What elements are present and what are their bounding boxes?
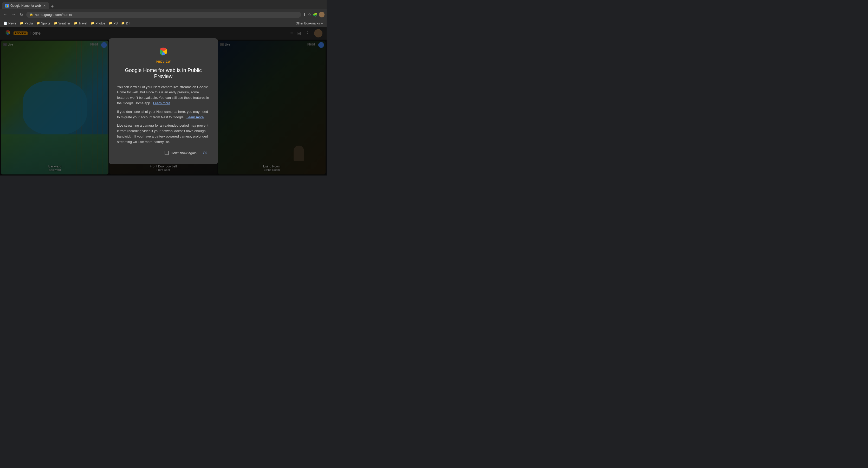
bookmark-news-icon: 📄 (4, 22, 7, 25)
bookmark-sports-label: Sports (41, 22, 50, 25)
dont-show-text: Don't show again (171, 151, 196, 155)
dialog-learn-more-1[interactable]: Learn more (153, 101, 170, 105)
tab-title: Google Home for web (10, 4, 41, 7)
bookmark-ps-label: PS (113, 22, 118, 25)
nav-bar: ← → ↻ 🔒 home.google.com/home/ ⬇ ☆ 🧩 (0, 9, 327, 20)
bookmark-travel[interactable]: 📁 Travel (72, 21, 89, 26)
dialog-para2: If you don't see all of your Nest camera… (117, 109, 210, 120)
bookmark-pcola[interactable]: 📁 P'cola (18, 21, 34, 26)
bookmark-dt-icon: 📁 (121, 22, 125, 25)
bookmark-travel-icon: 📁 (74, 22, 78, 25)
lock-icon: 🔒 (29, 13, 33, 17)
bookmark-news[interactable]: 📄 News (2, 21, 18, 26)
dialog-para1: You can view all of your Nest camera liv… (117, 85, 210, 106)
svg-point-1 (162, 52, 165, 55)
dialog-footer: Don't show again Ok (117, 150, 210, 156)
bookmark-weather[interactable]: 📁 Weather (52, 21, 72, 26)
bookmark-pcola-icon: 📁 (20, 22, 23, 25)
other-bookmarks-chevron: ▶ (321, 22, 323, 25)
bookmark-pcola-label: P'cola (25, 22, 33, 25)
back-button[interactable]: ← (2, 11, 8, 18)
bookmark-photos[interactable]: 📁 Photos (89, 21, 106, 26)
new-tab-button[interactable]: + (49, 4, 56, 9)
star-icon[interactable]: ☆ (308, 12, 311, 17)
address-bar[interactable]: 🔒 home.google.com/home/ (26, 12, 301, 18)
tab-favicon (5, 4, 9, 7)
other-bookmarks[interactable]: Other Bookmarks ▶ (294, 21, 324, 26)
bookmark-dt[interactable]: 📁 DT (120, 21, 131, 26)
bookmark-photos-icon: 📁 (91, 22, 94, 25)
active-tab[interactable]: Google Home for web ✕ (2, 2, 49, 9)
download-icon[interactable]: ⬇ (303, 12, 306, 17)
tab-close-button[interactable]: ✕ (43, 4, 46, 7)
bookmark-dt-label: DT (126, 22, 130, 25)
browser-chrome: Google Home for web ✕ + ← → ↻ 🔒 home.goo… (0, 0, 327, 27)
preview-dialog: PREVIEW Google Home for web is in Public… (109, 38, 218, 164)
ok-button[interactable]: Ok (201, 150, 210, 156)
bookmark-photos-label: Photos (95, 22, 105, 25)
bookmark-travel-label: Travel (79, 22, 87, 25)
tab-bar: Google Home for web ✕ + (0, 0, 327, 9)
bookmark-news-label: News (8, 22, 16, 25)
bookmark-weather-icon: 📁 (54, 22, 58, 25)
reload-button[interactable]: ↻ (19, 11, 24, 18)
bookmark-sports-icon: 📁 (36, 22, 40, 25)
dont-show-checkbox[interactable] (164, 151, 169, 155)
dialog-preview-badge: PREVIEW (117, 60, 210, 63)
nav-icons: ⬇ ☆ 🧩 (303, 12, 324, 18)
extension-icon[interactable]: 🧩 (313, 12, 317, 17)
bookmark-ps[interactable]: 📁 PS (107, 21, 119, 26)
forward-button[interactable]: → (10, 11, 17, 18)
bookmark-sports[interactable]: 📁 Sports (35, 21, 52, 26)
bookmark-weather-label: Weather (59, 22, 70, 25)
modal-overlay: PREVIEW Google Home for web is in Public… (0, 27, 327, 176)
user-avatar[interactable] (319, 12, 324, 18)
other-bookmarks-label: Other Bookmarks (296, 22, 320, 25)
dialog-title: Google Home for web is in Public Preview (117, 67, 210, 79)
bookmark-ps-icon: 📁 (109, 22, 112, 25)
dialog-logo (117, 46, 210, 59)
app: PREVIEW Home ≡ ⊞ ⋮ 📷 Live Nest (0, 27, 327, 176)
dialog-para3: Live streaming a camera for an extended … (117, 123, 210, 145)
address-text: home.google.com/home/ (35, 13, 72, 17)
dont-show-label[interactable]: Don't show again (164, 151, 196, 155)
bookmarks-bar: 📄 News 📁 P'cola 📁 Sports 📁 Weather 📁 Tra… (0, 20, 327, 27)
dialog-learn-more-2[interactable]: Learn more (186, 115, 204, 119)
